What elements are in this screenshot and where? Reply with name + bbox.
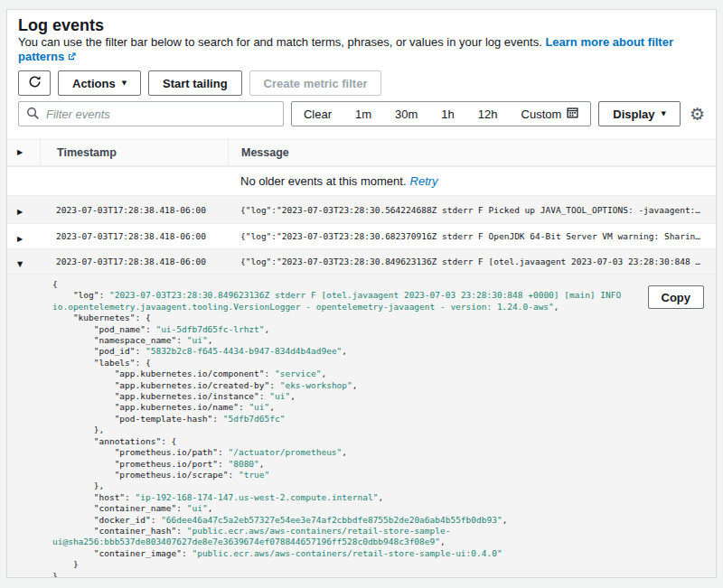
expand-row-icon[interactable]: ▶: [7, 229, 40, 245]
toolbar: Actions ▼ Start tailing Create metric fi…: [18, 70, 705, 96]
expand-column-icon: ▶: [17, 149, 23, 156]
log-events-table: ▶ Timestamp Message No older events at t…: [7, 139, 716, 577]
external-link-icon: [67, 51, 77, 65]
log-json: { "log": "2023-07-03T23:28:30.849623136Z…: [52, 279, 716, 577]
time-range-control: Clear 1m 30m 1h 12h Custom: [291, 101, 591, 126]
page-description: You can use the filter bar below to sear…: [18, 35, 705, 65]
table-header: ▶ Timestamp Message: [7, 139, 716, 166]
table-row[interactable]: ▶ 2023-07-03T17:28:38.418-06:00 {"log":"…: [7, 223, 716, 248]
chevron-down-icon: ▼: [122, 80, 127, 87]
calendar-icon: [567, 107, 578, 121]
settings-gear-icon[interactable]: ⚙: [690, 106, 705, 123]
range-clear-button[interactable]: Clear: [292, 102, 343, 126]
search-icon: [26, 107, 40, 120]
copy-button[interactable]: Copy: [648, 285, 705, 309]
range-12h-button[interactable]: 12h: [466, 102, 510, 126]
timestamp-cell: 2023-07-03T17:28:38.418-06:00: [40, 205, 228, 215]
chevron-down-icon: ▼: [662, 111, 666, 117]
refresh-icon: [28, 75, 42, 91]
range-1m-button[interactable]: 1m: [343, 102, 383, 126]
actions-button[interactable]: Actions ▼: [58, 70, 141, 96]
timestamp-cell: 2023-07-03T17:28:38.418-06:00: [40, 231, 228, 241]
no-older-events-row: No older events at this moment.Retry: [7, 166, 716, 195]
message-cell: {"log":"2023-07-03T23:28:30.564224688Z s…: [228, 205, 716, 215]
expand-row-icon[interactable]: ▶: [7, 201, 40, 218]
expanded-log-detail: Copy { "log": "2023-07-03T23:28:30.84962…: [7, 274, 716, 577]
filter-bar: Clear 1m 30m 1h 12h Custom Display ▼ ⚙: [18, 101, 705, 126]
message-cell: {"log":"2023-07-03T23:28:30.849623136Z s…: [228, 257, 716, 266]
search-wrap: [18, 101, 284, 126]
retry-link[interactable]: Retry: [410, 174, 438, 188]
table-row-expanded[interactable]: ▼ 2023-07-03T17:28:38.418-06:00 {"log":"…: [7, 248, 716, 274]
create-metric-filter-button[interactable]: Create metric filter: [249, 70, 382, 96]
timestamp-cell: 2023-07-03T17:28:38.418-06:00: [40, 257, 228, 266]
display-button[interactable]: Display ▼: [598, 101, 681, 126]
range-30m-button[interactable]: 30m: [383, 102, 429, 126]
message-column-header: Message: [228, 140, 716, 165]
range-1h-button[interactable]: 1h: [429, 102, 465, 126]
log-events-panel: Log events You can use the filter bar be…: [6, 9, 717, 578]
collapse-row-icon[interactable]: ▼: [7, 254, 40, 270]
start-tailing-button[interactable]: Start tailing: [148, 70, 242, 96]
filter-events-input[interactable]: [18, 101, 284, 126]
refresh-button[interactable]: [18, 70, 51, 96]
no-older-events-text: No older events at this moment.Retry: [228, 174, 716, 188]
timestamp-column-header: Timestamp: [40, 140, 228, 165]
message-cell: {"log":"2023-07-03T23:28:30.682370916Z s…: [228, 231, 716, 241]
table-row[interactable]: ▶ 2023-07-03T17:28:38.418-06:00 {"log":"…: [7, 195, 716, 223]
range-custom-button[interactable]: Custom: [510, 102, 591, 126]
page-title: Log events: [18, 15, 705, 35]
